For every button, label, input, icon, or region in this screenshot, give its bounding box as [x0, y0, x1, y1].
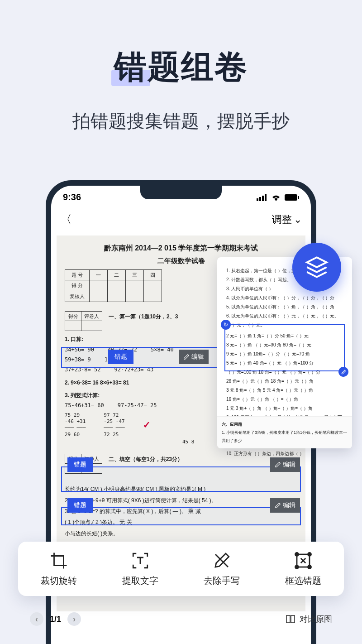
- edit-button-1[interactable]: 编辑: [179, 350, 209, 364]
- mistake-selection-3[interactable]: [61, 507, 301, 525]
- battery-icon: [285, 194, 299, 201]
- svg-point-8: [295, 553, 299, 556]
- stack-fab[interactable]: [292, 243, 341, 292]
- erase-icon: [212, 551, 231, 570]
- mistake-tag-1[interactable]: 错题: [108, 350, 133, 364]
- stack-icon: [305, 255, 329, 279]
- selection-handle-tl[interactable]: ↻: [221, 320, 231, 330]
- mistake-tag-3[interactable]: 错题: [67, 498, 93, 513]
- back-button[interactable]: 〈: [60, 211, 72, 227]
- signal-icon: [257, 194, 267, 201]
- svg-rect-2: [262, 196, 264, 201]
- compare-original-button[interactable]: 对比原图: [285, 614, 332, 625]
- footer-bar: ‹ 1/1 › 对比原图: [30, 612, 332, 626]
- ocr-icon: [131, 551, 150, 570]
- svg-rect-3: [265, 194, 267, 201]
- card-bottom: 六、应用题 1. 小明买铅笔用了3角钱，买橡皮本用了1角1分钱，买铅笔和橡皮本一…: [217, 416, 352, 448]
- compare-icon: [285, 614, 296, 625]
- svg-point-9: [308, 553, 311, 556]
- hero-title: 错题组卷: [0, 45, 362, 89]
- edit-button-2[interactable]: 编辑: [270, 457, 300, 472]
- erase-button[interactable]: 去除手写: [204, 551, 240, 587]
- page-indicator: 1/1: [50, 615, 61, 624]
- mistake-selection-2[interactable]: [61, 466, 301, 492]
- crop-icon: [49, 551, 68, 570]
- card-selection[interactable]: [224, 324, 345, 371]
- chevron-down-icon: ⌄: [294, 214, 302, 226]
- status-time: 9:36: [63, 192, 81, 202]
- svg-rect-0: [257, 198, 258, 201]
- adjust-button[interactable]: 调整 ⌄: [272, 213, 302, 226]
- bottom-toolbar: 裁切旋转 提取文字 去除手写 框选错题: [18, 542, 344, 596]
- svg-rect-5: [298, 196, 299, 199]
- section-1: 一、算一算（1题10分，2、3: [109, 312, 178, 321]
- hero-subtitle: 拍错题搜集错题，摆脱手抄: [0, 109, 362, 134]
- crop-rotate-button[interactable]: 裁切旋转: [41, 551, 77, 587]
- prev-page-button[interactable]: ‹: [30, 612, 43, 626]
- svg-point-10: [295, 565, 299, 568]
- wifi-icon: [271, 194, 281, 201]
- select-icon: [294, 551, 313, 570]
- adjust-label: 调整: [272, 213, 292, 226]
- nav-bar: 〈 调整 ⌄: [51, 205, 311, 232]
- mistake-tag-2[interactable]: 错题: [67, 457, 93, 472]
- pencil-icon: [183, 354, 190, 360]
- status-icons: [257, 194, 299, 201]
- svg-point-11: [308, 565, 311, 568]
- svg-rect-13: [291, 615, 295, 623]
- mini-table: 得分评卷人: [65, 311, 102, 331]
- pencil-icon: [275, 502, 281, 509]
- select-mistake-button[interactable]: 框选错题: [285, 551, 321, 587]
- svg-rect-12: [286, 615, 290, 623]
- section-2: 二、填空（每空1分，共23分）: [109, 455, 183, 464]
- pencil-icon: [275, 461, 281, 468]
- score-table: 题 号一二三四 得 分 复核人: [65, 269, 162, 302]
- svg-rect-1: [259, 197, 261, 201]
- next-page-button[interactable]: ›: [67, 612, 81, 626]
- hero-highlight: 错: [114, 45, 148, 89]
- svg-rect-4: [285, 194, 297, 201]
- pager: ‹ 1/1 ›: [30, 612, 81, 626]
- hero-rest: 题组卷: [148, 48, 248, 85]
- phone-notch: [140, 186, 222, 199]
- doc-title: 黔东南州 2014—2 015 学年度第一学期期末考试: [65, 242, 297, 254]
- svg-marker-6: [307, 257, 326, 267]
- edit-button-3[interactable]: 编辑: [270, 498, 300, 513]
- ocr-button[interactable]: 提取文字: [122, 551, 158, 587]
- selection-handle-br[interactable]: [338, 367, 348, 377]
